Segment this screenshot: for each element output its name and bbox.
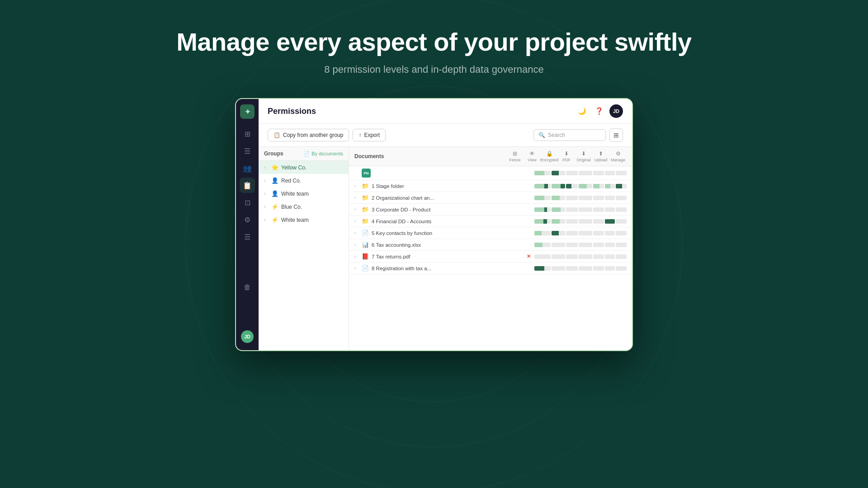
search-icon: 🔍 (538, 132, 545, 138)
app-window: ✦ ⊞ ☰ 👥 📋 ⊡ ⚙ ☰ 🗑 JD Permissions 🌙 ❓ JD (235, 98, 633, 351)
doc-row-6[interactable]: › 📊 6 Tax accounting.xlsx (349, 239, 632, 251)
chevron-icon: › (354, 242, 359, 247)
toolbar: 📋 Copy from another group ↑ Export 🔍 Sea… (259, 124, 632, 147)
document-rows-container: PN › 📁 1 Stage folder › 📁 2 Organization… (349, 166, 632, 274)
header-actions: 🌙 ❓ JD (575, 104, 623, 118)
help-button[interactable]: ❓ (592, 104, 606, 118)
doc-row-8[interactable]: › 📄 8 Registration with tax a... (349, 263, 632, 274)
chevron-icon: › (264, 191, 269, 196)
doc-name: 8 Registration with tax a... (372, 266, 532, 271)
file-type-icon: 📊 (362, 241, 369, 248)
chevron-icon: › (354, 183, 359, 188)
sidebar: ✦ ⊞ ☰ 👥 📋 ⊡ ⚙ ☰ 🗑 JD (236, 99, 259, 350)
hero-subtitle: 8 permission levels and in-depth data go… (324, 64, 544, 75)
permission-columns-header: ⊞ Fence 👁 View 🔒 Encrypted (506, 150, 627, 162)
file-type-icon: 📁 (362, 218, 369, 225)
group-type-icon: 👤 (271, 177, 278, 184)
copy-icon: 📋 (274, 132, 280, 138)
pdf-icon: ⬇ (564, 150, 569, 157)
documents-panel-header: Documents ⊞ Fence 👁 View 🔒 (349, 147, 632, 166)
doc-name: 7 Tax returns.pdf (372, 254, 524, 259)
file-type-icon: 📄 (362, 230, 369, 236)
search-box[interactable]: 🔍 Search (533, 129, 606, 141)
main-content: Permissions 🌙 ❓ JD 📋 Copy from another g… (259, 99, 632, 350)
view-icon: 👁 (529, 150, 535, 157)
chevron-icon: › (354, 195, 359, 200)
group-item-white1[interactable]: › 👤 White team (259, 187, 349, 200)
doc-row-5[interactable]: › 📄 5 Key contacts by function (349, 227, 632, 239)
chevron-icon: › (264, 217, 269, 222)
doc-name: 1 Stage folder (372, 183, 532, 189)
chevron-icon: › (354, 219, 359, 224)
sidebar-icon-dashboard[interactable]: ⊞ (240, 126, 255, 141)
chevron-icon: › (354, 266, 359, 271)
group-item-blue[interactable]: › ⚡ Blue Co. (259, 200, 349, 213)
file-type-icon: 📁 (362, 194, 369, 201)
chevron-icon: › (264, 165, 269, 170)
doc-name: 3 Corporate DD - Product (372, 207, 532, 212)
sidebar-icon-archive[interactable]: ☰ (240, 229, 255, 244)
perm-col-upload: ⬆ Upload (592, 150, 609, 162)
export-button[interactable]: ↑ Export (353, 129, 386, 141)
doc-row-4[interactable]: › 📁 4 Financial DD - Accounts (349, 216, 632, 227)
group-name: Blue Co. (281, 204, 302, 210)
upload-icon: ⬆ (599, 150, 603, 157)
hero-title: Manage every aspect of your project swif… (176, 27, 691, 56)
groups-panel: Groups 📄 By documents › ⭐ Yellow Co. › (259, 147, 349, 350)
group-name: White team (281, 191, 309, 197)
file-type-icon: 📄 (362, 265, 369, 272)
app-header: Permissions 🌙 ❓ JD (259, 99, 632, 124)
group-name: White team (281, 217, 309, 223)
chevron-icon: › (264, 204, 269, 209)
doc-row-0[interactable]: PN (349, 166, 632, 180)
doc-row-7[interactable]: › 📕 7 Tax returns.pdf ✕ (349, 251, 632, 263)
doc-name: 5 Key contacts by function (372, 230, 532, 236)
search-placeholder: Search (548, 132, 565, 138)
manage-icon: ⚙ (616, 150, 621, 157)
group-item-yellow[interactable]: › ⭐ Yellow Co. (259, 161, 349, 174)
original-icon: ⬇ (581, 150, 586, 157)
chevron-icon: › (354, 254, 359, 259)
file-type-icon: 📁 (362, 206, 369, 213)
dark-mode-button[interactable]: 🌙 (575, 104, 589, 118)
sidebar-icon-users[interactable]: 👥 (240, 160, 255, 176)
toolbar-left: 📋 Copy from another group ↑ Export (268, 129, 386, 141)
doc-name: 6 Tax accounting.xlsx (372, 242, 532, 248)
sidebar-icon-trash[interactable]: 🗑 (240, 280, 255, 295)
by-documents-link[interactable]: 📄 By documents (303, 151, 343, 157)
sidebar-icon-copy[interactable]: ⊡ (240, 195, 255, 210)
perm-col-manage: ⚙ Manage (609, 150, 627, 162)
perm-col-fence: ⊞ Fence (506, 150, 524, 162)
sidebar-icon-settings[interactable]: ⚙ (240, 212, 255, 227)
sidebar-avatar: JD (241, 330, 254, 343)
permission-denied-icon: ✕ (527, 253, 531, 259)
user-avatar: JD (609, 104, 623, 118)
copy-from-group-button[interactable]: 📋 Copy from another group (268, 129, 349, 141)
group-type-icon: ⚡ (271, 216, 278, 223)
chevron-icon: › (264, 178, 269, 183)
encrypted-icon: 🔒 (546, 150, 553, 157)
group-item-white2[interactable]: › ⚡ White team (259, 213, 349, 226)
doc-icon: 📄 (303, 151, 310, 157)
page-content: Manage every aspect of your project swif… (0, 0, 868, 351)
group-item-red[interactable]: › 👤 Red Co. (259, 174, 349, 187)
doc-name: 4 Financial DD - Accounts (372, 219, 532, 224)
doc-name: 2 Organizational chart an... (372, 195, 532, 201)
doc-row-1[interactable]: › 📁 1 Stage folder (349, 180, 632, 192)
sidebar-icon-documents[interactable]: ☰ (240, 143, 255, 159)
doc-row-2[interactable]: › 📁 2 Organizational chart an... (349, 192, 632, 204)
groups-panel-title: Groups (264, 150, 283, 157)
groups-panel-header: Groups 📄 By documents (259, 147, 349, 161)
file-type-icon: 📁 (362, 183, 369, 189)
doc-row-3[interactable]: › 📁 3 Corporate DD - Product (349, 204, 632, 216)
documents-panel-title: Documents (354, 153, 506, 160)
toolbar-right: 🔍 Search ⊞ (533, 128, 623, 142)
perm-col-original: ⬇ Original (575, 150, 592, 162)
content-area: Groups 📄 By documents › ⭐ Yellow Co. › (259, 147, 632, 350)
grid-toggle-button[interactable]: ⊞ (609, 128, 623, 142)
sidebar-icon-permissions[interactable]: 📋 (240, 178, 255, 193)
perm-col-pdf: ⬇ PDF (558, 150, 575, 162)
file-type-icon: 📕 (362, 253, 369, 260)
group-type-icon: 👤 (271, 190, 278, 197)
chevron-icon: › (354, 207, 359, 212)
